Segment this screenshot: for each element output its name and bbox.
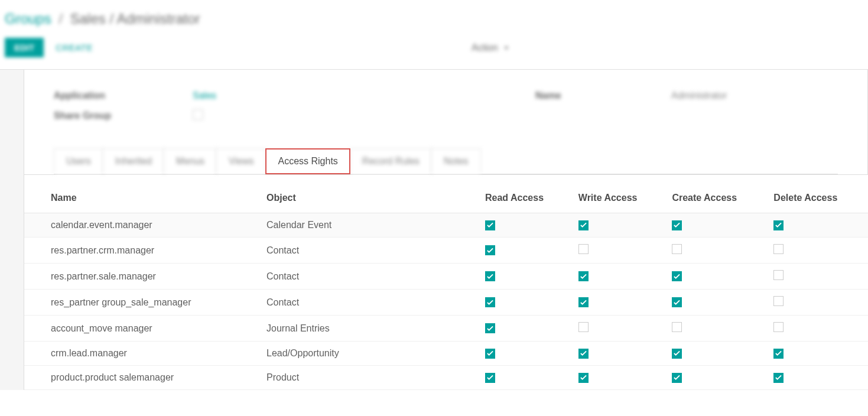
- checkbox-icon[interactable]: [485, 271, 495, 281]
- cell-object: Contact: [261, 238, 479, 264]
- cell-write: [573, 316, 667, 342]
- checkbox-icon[interactable]: [485, 323, 495, 333]
- checkbox-icon[interactable]: [578, 373, 589, 383]
- checkbox-icon[interactable]: [672, 349, 682, 359]
- checkbox-icon[interactable]: [773, 220, 784, 230]
- checkbox-icon[interactable]: [578, 271, 589, 281]
- cell-object: Lead/Opportunity: [261, 342, 479, 366]
- action-dropdown[interactable]: Action: [472, 43, 509, 53]
- cell-write: [573, 290, 667, 316]
- tab-access-rights[interactable]: Access Rights: [265, 148, 350, 174]
- breadcrumb-root[interactable]: Groups: [5, 11, 51, 27]
- tabs: Users Inherited Menus Views Access Right…: [54, 148, 838, 174]
- cell-create: [666, 366, 768, 390]
- cell-create: [666, 264, 768, 290]
- cell-read: [479, 290, 573, 316]
- application-value[interactable]: Sales: [193, 90, 535, 101]
- checkbox-icon[interactable]: [773, 270, 784, 280]
- table-row[interactable]: crm.lead.managerLead/Opportunity: [24, 342, 868, 366]
- cell-object: Contact: [261, 264, 479, 290]
- cell-create: [666, 342, 768, 366]
- breadcrumb-current: Sales / Administrator: [70, 11, 200, 27]
- application-label: Application: [54, 90, 193, 101]
- cell-read: [479, 264, 573, 290]
- checkbox-icon[interactable]: [672, 271, 682, 281]
- checkbox-icon[interactable]: [672, 220, 682, 230]
- cell-object: Journal Entries: [261, 316, 479, 342]
- cell-create: [666, 316, 768, 342]
- table-row[interactable]: account_move managerJournal Entries: [24, 316, 868, 342]
- cell-delete: [768, 366, 868, 390]
- checkbox-icon[interactable]: [578, 349, 589, 359]
- table-row[interactable]: res_partner group_sale_managerContact: [24, 290, 868, 316]
- cell-create: [666, 238, 768, 264]
- create-button[interactable]: CREATE: [56, 43, 93, 53]
- cell-delete: [768, 213, 868, 238]
- cell-object: Calendar Event: [261, 213, 479, 238]
- checkbox-icon[interactable]: [485, 349, 495, 359]
- table-row[interactable]: product.product salemanagerProduct: [24, 366, 868, 390]
- checkbox-icon[interactable]: [773, 373, 784, 383]
- checkbox-icon[interactable]: [773, 322, 784, 332]
- cell-name: res.partner.crm.manager: [24, 238, 261, 264]
- tab-menus[interactable]: Menus: [164, 148, 217, 174]
- tab-notes[interactable]: Notes: [431, 148, 481, 174]
- checkbox-icon[interactable]: [672, 373, 682, 383]
- cell-read: [479, 342, 573, 366]
- access-rights-table: Name Object Read Access Write Access Cre…: [24, 175, 868, 390]
- header-delete[interactable]: Delete Access: [768, 175, 868, 213]
- cell-name: res.partner.sale.manager: [24, 264, 261, 290]
- cell-create: [666, 213, 768, 238]
- checkbox-icon[interactable]: [485, 220, 495, 230]
- header-write[interactable]: Write Access: [573, 175, 667, 213]
- cell-write: [573, 366, 667, 390]
- name-value: Administrator: [671, 90, 727, 101]
- cell-object: Product: [261, 366, 479, 390]
- checkbox-icon[interactable]: [578, 297, 589, 307]
- table-row[interactable]: calendar.event.managerCalendar Event: [24, 213, 868, 238]
- table-row[interactable]: res.partner.crm.managerContact: [24, 238, 868, 264]
- cell-name: account_move manager: [24, 316, 261, 342]
- share-group-checkbox[interactable]: [193, 109, 203, 120]
- checkbox-icon[interactable]: [672, 244, 682, 254]
- checkbox-icon[interactable]: [578, 220, 589, 230]
- checkbox-icon[interactable]: [485, 297, 495, 307]
- cell-read: [479, 366, 573, 390]
- cell-write: [573, 213, 667, 238]
- tab-inherited[interactable]: Inherited: [103, 148, 164, 174]
- cell-create: [666, 290, 768, 316]
- cell-object: Contact: [261, 290, 479, 316]
- cell-read: [479, 238, 573, 264]
- checkbox-icon[interactable]: [578, 322, 589, 332]
- checkbox-icon[interactable]: [773, 296, 784, 306]
- header-name[interactable]: Name: [24, 175, 261, 213]
- checkbox-icon[interactable]: [485, 373, 495, 383]
- toolbar: EDIT CREATE Action: [5, 38, 868, 69]
- tab-views[interactable]: Views: [216, 148, 266, 174]
- share-group-label: Share Group: [54, 110, 193, 121]
- checkbox-icon[interactable]: [672, 297, 682, 307]
- checkbox-icon[interactable]: [672, 322, 682, 332]
- cell-delete: [768, 264, 868, 290]
- cell-name: res_partner group_sale_manager: [24, 290, 261, 316]
- checkbox-icon[interactable]: [485, 245, 495, 255]
- breadcrumb-separator-icon: /: [58, 11, 63, 27]
- header-read[interactable]: Read Access: [479, 175, 573, 213]
- tab-users[interactable]: Users: [54, 148, 103, 174]
- cell-delete: [768, 290, 868, 316]
- header-object[interactable]: Object: [261, 175, 479, 213]
- edit-button[interactable]: EDIT: [5, 38, 44, 57]
- action-label: Action: [472, 43, 498, 53]
- checkbox-icon[interactable]: [773, 244, 784, 254]
- checkbox-icon[interactable]: [578, 244, 589, 254]
- cell-name: crm.lead.manager: [24, 342, 261, 366]
- tab-record-rules[interactable]: Record Rules: [350, 148, 432, 174]
- name-label: Name: [535, 90, 671, 101]
- checkbox-icon[interactable]: [773, 349, 784, 359]
- cell-name: calendar.event.manager: [24, 213, 261, 238]
- cell-read: [479, 316, 573, 342]
- cell-name: product.product salemanager: [24, 366, 261, 390]
- header-create[interactable]: Create Access: [666, 175, 768, 213]
- form-sheet: Application Sales Name Administrator Sha…: [24, 70, 868, 175]
- table-row[interactable]: res.partner.sale.managerContact: [24, 264, 868, 290]
